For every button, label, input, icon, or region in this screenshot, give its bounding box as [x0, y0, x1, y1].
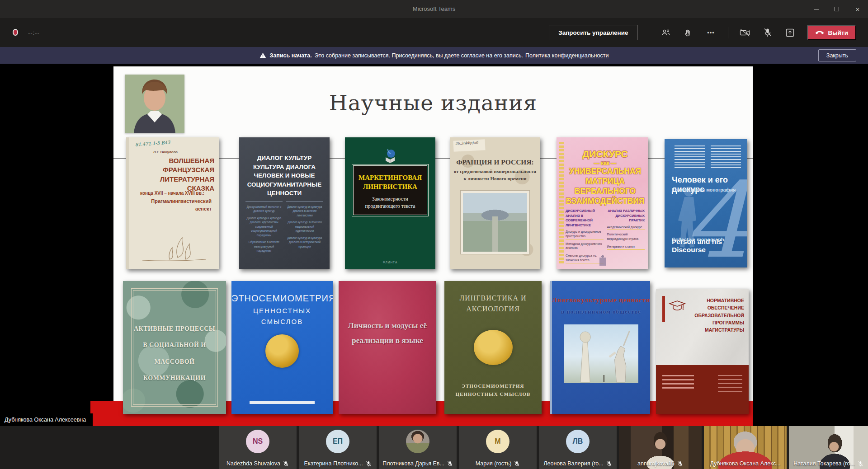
book-cover-france-and-russia: 26.3(4Фр)лб ФРАНЦИЯ И РОССИЯ: от среднев… [450, 137, 540, 269]
participant-name: Дубнякова Оксана Алекс... [710, 460, 780, 467]
participant-tile[interactable]: ЕП Екатерина Плотнико... [299, 426, 377, 469]
mic-muted-icon [606, 461, 612, 467]
close-icon: × [856, 5, 860, 13]
catalog-note: 26.3(4Фр)лб [453, 139, 485, 152]
participant-name: Леонова Валерия (го... [543, 460, 603, 467]
people-icon [661, 29, 671, 36]
book-author: Л.Г. Викулова [153, 150, 178, 154]
participant-name: Наталия Токарева (го... [793, 460, 855, 467]
book-cover-linguocultural-values: Лингвокультурные ценности в полиэтничном… [550, 281, 650, 414]
maximize-button[interactable] [826, 0, 847, 18]
teams-meeting-window: Microsoft Teams × --:-- Запросить управл… [0, 0, 868, 469]
authors-text-block [662, 375, 694, 389]
banner-close-button[interactable]: Закрыть [818, 49, 856, 61]
banner-text: Это собрание записывается. Присоединяясь… [315, 52, 523, 59]
edition-text-block [718, 375, 742, 392]
participant-video-tile[interactable]: Наталия Токарева (го... [789, 426, 868, 469]
flame-sketch-illustration [138, 212, 210, 267]
close-button[interactable]: × [847, 0, 868, 18]
publisher-name: ФЛИНТА [345, 261, 435, 264]
participant-avatar: М [486, 430, 509, 453]
minimize-icon [814, 9, 819, 9]
book-cover-linguistics-axiology: ЛИНГВИСТИКА И АКСИОЛОГИЯ ЭТНОСЕМИОМЕТРИЯ… [444, 281, 542, 414]
meeting-toolbar: --:-- Запросить управление ••• [0, 18, 868, 47]
participant-avatar: ЛВ [566, 430, 590, 453]
publisher-logo-icon [599, 254, 606, 266]
participant-video-tile[interactable]: annurojkova16 [619, 426, 702, 469]
request-control-button[interactable]: Запросить управление [549, 25, 637, 40]
book-cover-personality-modes: Личность и модусы её реализации в языке [339, 281, 436, 414]
participant-name: annurojkova16 [637, 460, 675, 467]
book-cover-active-processes: АКТИВНЫЕ ПРОЦЕССЫ В СОЦИАЛЬНОЙ И МАССОВО… [123, 281, 226, 414]
mic-muted-icon [447, 461, 453, 467]
participant-name: Мария (гость) [476, 460, 512, 467]
participant-tile[interactable]: М Мария (гость) [459, 426, 537, 469]
share-screen-button[interactable] [784, 27, 796, 38]
hang-up-icon [815, 30, 824, 35]
recording-indicator-icon [13, 29, 18, 36]
spine-text-strip [559, 142, 564, 265]
maximize-icon [835, 7, 839, 11]
book-cover-discourse-matrix: ДИСКУРС — как — УНИВЕРСАЛЬНАЯ МАТРИЦА ВЕ… [557, 137, 648, 269]
participant-avatar-photo [406, 430, 429, 453]
minimize-button[interactable] [806, 0, 826, 18]
palace-garden-engraving [461, 191, 529, 254]
book-cover-normative-support: НОРМАТИВНОЕ ОБЕСПЕЧЕНИЕ ОБРАЗОВАТЕЛЬНОЙ … [656, 289, 749, 414]
gold-medal-image [474, 330, 513, 365]
meeting-timer: --:-- [28, 29, 40, 36]
mic-muted-icon [366, 461, 372, 467]
toolbar-divider [649, 27, 649, 38]
participants-button[interactable] [660, 27, 672, 38]
book-cover-ethnosemiometry: ЭТНОСЕМИОМЕТРИЯ ЦЕННОСТНЫХ СМЫСЛОВ [231, 281, 333, 414]
mic-muted-icon [514, 461, 520, 467]
camera-toggle-button[interactable] [739, 27, 751, 38]
participant-name: Екатерина Плотнико... [304, 460, 363, 467]
privacy-policy-link[interactable]: Политика конфиденциальности [525, 52, 609, 59]
book-cover-french-fairy-tale: 81.471.1-5 В43 Л.Г. Викулова ВОЛШЕБНАЯ Ф… [126, 137, 219, 269]
publisher-logo-icon [381, 148, 399, 164]
toolbar-divider [728, 27, 728, 38]
mic-off-icon [764, 28, 772, 37]
graduation-cap-icon [668, 300, 687, 313]
raise-hand-button[interactable] [683, 27, 694, 38]
participant-name: Плотникова Дарья Ев... [382, 460, 444, 467]
book-cover-marketing-linguistics: МАРКЕТИНГОВАЯ ЛИНГВИСТИКА Закономерности… [345, 137, 435, 269]
share-screen-icon [785, 28, 795, 38]
gold-coin-image [265, 334, 299, 368]
participant-avatar: NS [246, 430, 269, 453]
participants-filmstrip: +2 П ЗА NS Nadezhda Shuvalova ЕП Екатери… [0, 426, 868, 469]
window-title: Microsoft Teams [0, 0, 868, 18]
window-controls: × [806, 0, 868, 18]
shared-content-presenter-label: Дубнякова Оксана Алексеевна [0, 413, 93, 426]
camera-off-icon [740, 29, 750, 37]
recording-banner: Запись начата. Это собрание записывается… [0, 47, 868, 64]
participant-name: Nadezhda Shuvalova [226, 460, 280, 467]
participant-tile[interactable]: ЛВ Леонова Валерия (го... [539, 426, 617, 469]
cover-bottom-panel [656, 365, 749, 414]
monuments-photo [564, 324, 638, 383]
mic-muted-icon [858, 461, 863, 467]
participant-tile[interactable]: NS Nadezhda Shuvalova [219, 426, 297, 469]
mic-muted-icon [677, 461, 683, 467]
participant-tile[interactable]: Плотникова Дарья Ев... [379, 426, 457, 469]
raised-hand-icon [684, 28, 693, 37]
catalog-note: 81.471.1-5 В43 [135, 140, 170, 147]
mic-toggle-button[interactable] [762, 27, 774, 38]
mic-muted-icon [283, 461, 289, 467]
leave-meeting-button[interactable]: Выйти [807, 25, 857, 40]
participant-video-tile-speaker[interactable]: Дубнякова Оксана Алекс... [704, 426, 787, 469]
warning-icon [259, 52, 266, 58]
leave-button-label: Выйти [828, 29, 849, 36]
more-actions-button[interactable]: ••• [705, 27, 717, 38]
slide-title: Научные издания [113, 90, 753, 115]
participant-avatar: ЕП [326, 430, 349, 453]
book-cover-dialog-of-cultures: ДИАЛОГ КУЛЬТУР КУЛЬТУРА ДИАЛОГА ЧЕЛОВЕК … [239, 137, 330, 269]
window-titlebar: Microsoft Teams × [0, 0, 868, 18]
banner-bold-text: Запись начата. [270, 52, 312, 59]
book-cover-person-and-discourse: 4 Человек и его дискурс Коллективная мон… [665, 139, 747, 267]
